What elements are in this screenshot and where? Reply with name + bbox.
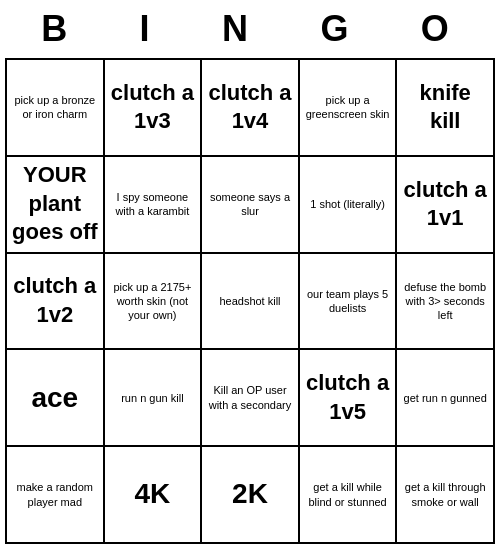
table-cell-2: clutch a 1v4: [202, 60, 300, 157]
table-cell-19: get run n gunned: [397, 350, 495, 447]
table-cell-20: make a random player mad: [7, 447, 105, 544]
header-b: B: [41, 8, 77, 50]
bingo-header: B I N G O: [0, 0, 500, 58]
table-cell-22: 2K: [202, 447, 300, 544]
table-cell-18: clutch a 1v5: [300, 350, 398, 447]
table-cell-1: clutch a 1v3: [105, 60, 203, 157]
table-cell-16: run n gun kill: [105, 350, 203, 447]
table-cell-9: clutch a 1v1: [397, 157, 495, 254]
table-cell-8: 1 shot (literally): [300, 157, 398, 254]
table-cell-21: 4K: [105, 447, 203, 544]
header-g: G: [320, 8, 358, 50]
table-cell-12: headshot kill: [202, 254, 300, 351]
table-cell-13: our team plays 5 duelists: [300, 254, 398, 351]
table-cell-10: clutch a 1v2: [7, 254, 105, 351]
bingo-grid: pick up a bronze or iron charmclutch a 1…: [5, 58, 495, 544]
table-cell-7: someone says a slur: [202, 157, 300, 254]
table-cell-24: get a kill through smoke or wall: [397, 447, 495, 544]
table-cell-6: I spy someone with a karambit: [105, 157, 203, 254]
table-cell-14: defuse the bomb with 3> seconds left: [397, 254, 495, 351]
table-cell-0: pick up a bronze or iron charm: [7, 60, 105, 157]
table-cell-11: pick up a 2175+ worth skin (not your own…: [105, 254, 203, 351]
header-o: O: [421, 8, 459, 50]
table-cell-3: pick up a greenscreen skin: [300, 60, 398, 157]
table-cell-15: ace: [7, 350, 105, 447]
header-n: N: [222, 8, 258, 50]
table-cell-17: Kill an OP user with a secondary: [202, 350, 300, 447]
header-i: I: [140, 8, 160, 50]
table-cell-5: YOUR plant goes off: [7, 157, 105, 254]
table-cell-23: get a kill while blind or stunned: [300, 447, 398, 544]
table-cell-4: knife kill: [397, 60, 495, 157]
